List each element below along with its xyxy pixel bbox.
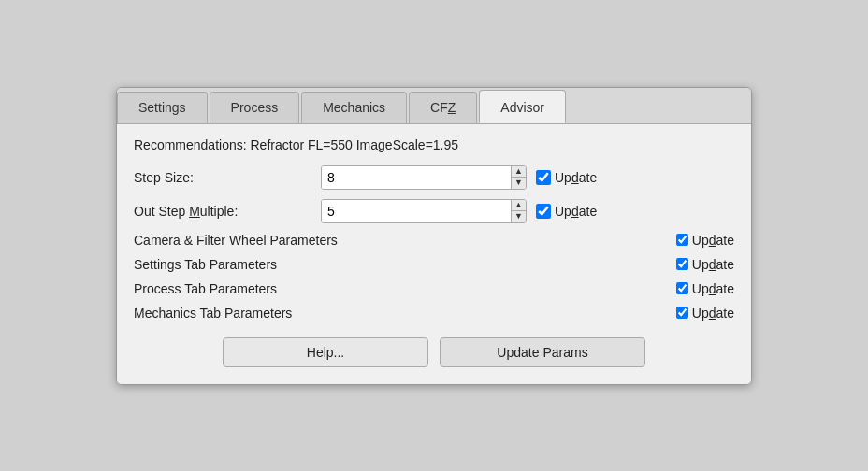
tab-advisor[interactable]: Advisor — [479, 90, 566, 123]
out-step-multiple-up-button[interactable]: ▲ — [512, 200, 526, 212]
tab-bar: Settings Process Mechanics CFZ Advisor — [117, 88, 751, 124]
process-tab-checkbox[interactable] — [676, 282, 688, 294]
out-step-multiple-label: Out Step Multiple: — [134, 204, 321, 219]
mechanics-tab-update-label: Update — [692, 306, 734, 321]
tab-process[interactable]: Process — [210, 92, 300, 123]
step-size-input[interactable]: 8 — [322, 166, 511, 189]
step-size-up-button[interactable]: ▲ — [512, 166, 526, 178]
mechanics-tab-checkbox[interactable] — [676, 307, 688, 319]
out-step-multiple-spin-buttons: ▲ ▼ — [511, 200, 526, 222]
step-size-update-label: Update — [555, 170, 597, 185]
tab-settings[interactable]: Settings — [117, 92, 208, 123]
out-step-multiple-down-button[interactable]: ▼ — [512, 211, 526, 222]
process-tab-update-group: Update — [676, 281, 734, 296]
out-step-multiple-spinbox[interactable]: 5 ▲ ▼ — [321, 199, 527, 223]
help-button[interactable]: Help... — [223, 337, 428, 367]
out-step-multiple-update-group: Update — [536, 204, 597, 219]
step-size-spinbox[interactable]: 8 ▲ ▼ — [321, 165, 527, 190]
tab-mechanics[interactable]: Mechanics — [301, 92, 407, 123]
mechanics-tab-update-group: Update — [676, 306, 734, 321]
step-size-update-group: Update — [536, 170, 597, 185]
camera-filter-label: Camera & Filter Wheel Parameters — [134, 233, 676, 248]
camera-filter-row: Camera & Filter Wheel Parameters Update — [134, 233, 734, 248]
settings-tab-update-group: Update — [676, 257, 734, 272]
update-params-button[interactable]: Update Params — [440, 337, 645, 367]
main-window: Settings Process Mechanics CFZ Advisor R… — [116, 87, 752, 385]
process-tab-row: Process Tab Parameters Update — [134, 281, 734, 296]
out-step-multiple-checkbox[interactable] — [536, 204, 551, 219]
step-size-checkbox[interactable] — [536, 170, 551, 185]
camera-filter-checkbox[interactable] — [676, 234, 688, 246]
step-size-row: Step Size: 8 ▲ ▼ Update — [134, 165, 734, 190]
recommendation-text: Recommendations: Refractor FL=550 ImageS… — [134, 137, 734, 152]
mechanics-tab-label: Mechanics Tab Parameters — [134, 306, 676, 321]
step-size-spin-buttons: ▲ ▼ — [511, 166, 526, 189]
bottom-buttons: Help... Update Params — [134, 337, 734, 367]
out-step-multiple-input[interactable]: 5 — [322, 200, 511, 222]
process-tab-label: Process Tab Parameters — [134, 281, 676, 296]
out-step-multiple-row: Out Step Multiple: 5 ▲ ▼ Update — [134, 199, 734, 223]
settings-tab-row: Settings Tab Parameters Update — [134, 257, 734, 272]
tab-cfz[interactable]: CFZ — [409, 92, 477, 123]
step-size-label: Step Size: — [134, 170, 321, 185]
settings-tab-label: Settings Tab Parameters — [134, 257, 676, 272]
settings-tab-update-label: Update — [692, 257, 734, 272]
camera-filter-update-group: Update — [676, 233, 734, 248]
settings-tab-checkbox[interactable] — [676, 258, 688, 270]
step-size-down-button[interactable]: ▼ — [512, 178, 526, 189]
tab-content: Recommendations: Refractor FL=550 ImageS… — [117, 124, 751, 384]
process-tab-update-label: Update — [692, 281, 734, 296]
out-step-multiple-update-label: Update — [555, 204, 597, 219]
camera-filter-update-label: Update — [692, 233, 734, 248]
mechanics-tab-row: Mechanics Tab Parameters Update — [134, 306, 734, 321]
